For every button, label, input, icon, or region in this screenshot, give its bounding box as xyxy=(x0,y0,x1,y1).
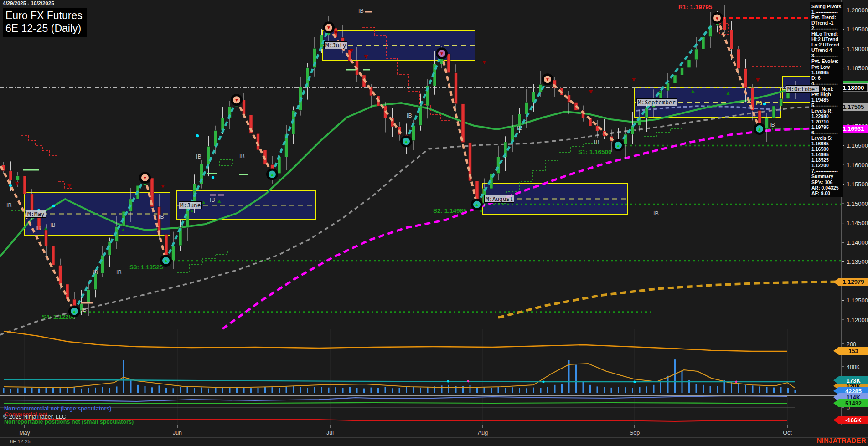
svg-text:IB: IB xyxy=(81,307,87,313)
swing-pivots-line: 3.-------------- xyxy=(811,53,843,58)
svg-text:1.14500: 1.14500 xyxy=(847,220,868,226)
svg-text:▼: ▼ xyxy=(588,88,594,95)
swing-pivots-line: 1.20710 xyxy=(811,119,843,124)
swing-pivots-line: SP's: 106 xyxy=(811,179,843,185)
svg-text:S3: 1.13525: S3: 1.13525 xyxy=(129,264,163,271)
swing-pivots-line: 1.12200 xyxy=(811,163,843,168)
svg-text:IB: IB xyxy=(196,154,202,160)
instrument-tab[interactable]: 6E 12-25 xyxy=(10,439,31,444)
svg-text:▼: ▼ xyxy=(545,77,550,82)
swing-pivots-line: Swing Pivots xyxy=(811,4,843,9)
svg-text:200: 200 xyxy=(847,341,856,348)
svg-text:▲: ▲ xyxy=(475,202,479,207)
legend-noncommercial-net: Non-commercial net (large speculators) xyxy=(4,405,111,412)
svg-text:1.18000: 1.18000 xyxy=(843,84,864,91)
svg-text:▲: ▲ xyxy=(725,90,731,96)
svg-text:IB: IB xyxy=(770,122,775,128)
svg-text:IB: IB xyxy=(93,269,98,276)
month-range-label: M:July xyxy=(324,41,347,49)
svg-text:IB: IB xyxy=(116,269,122,276)
svg-text:IB: IB xyxy=(653,210,659,217)
svg-text:▲: ▲ xyxy=(43,225,48,231)
swing-pivots-line: 6.-------------- xyxy=(811,130,843,135)
svg-text:▼: ▼ xyxy=(66,182,72,189)
swing-pivots-panel: Swing Pivots1.--------------Pvt. Trend:D… xyxy=(810,2,843,197)
svg-text:▼: ▼ xyxy=(326,25,331,30)
svg-text:▼: ▼ xyxy=(160,182,166,190)
svg-text:IB: IB xyxy=(159,214,164,220)
chart-title-line1: Euro FX Futures xyxy=(5,9,83,22)
month-range-label: M:October xyxy=(786,85,820,93)
swing-pivots-line: HiLo Trend: xyxy=(811,31,843,36)
svg-text:▼: ▼ xyxy=(630,76,637,83)
svg-text:▲: ▲ xyxy=(404,139,408,144)
svg-text:May: May xyxy=(19,430,30,436)
month-range-label: M:May xyxy=(26,210,46,218)
swing-pivots-line: Levels R: xyxy=(811,108,843,113)
svg-text:1.12979: 1.12979 xyxy=(843,278,864,285)
svg-text:51432: 51432 xyxy=(845,400,862,407)
main-chart-canvas[interactable]: R1: 1.19795S1: 1.16500S2: 1.14985S3: 1.1… xyxy=(0,0,868,446)
svg-text:▲: ▲ xyxy=(657,88,663,95)
swing-pivots-line: 1.16500 xyxy=(811,146,843,152)
svg-text:1.19000: 1.19000 xyxy=(847,46,868,52)
swing-pivots-line: AF: 9.00 xyxy=(811,190,843,196)
svg-text:▼: ▼ xyxy=(143,175,147,180)
svg-text:153: 153 xyxy=(848,348,858,354)
svg-text:▲: ▲ xyxy=(616,143,620,148)
swing-pivots-line: Lo:2 UTrend xyxy=(811,42,843,47)
svg-text:IB: IB xyxy=(210,197,215,203)
svg-text:▲: ▲ xyxy=(757,127,762,132)
swing-pivots-line: Pvt Low xyxy=(811,64,843,70)
svg-text:IB: IB xyxy=(594,139,599,145)
svg-text:IB: IB xyxy=(358,8,364,14)
swing-pivots-line: 1.16985 xyxy=(811,70,843,75)
svg-text:▲: ▲ xyxy=(270,172,274,177)
svg-text:▼: ▼ xyxy=(481,58,487,66)
svg-text:1.16931: 1.16931 xyxy=(843,125,864,132)
svg-text:IB: IB xyxy=(517,125,522,131)
svg-text:IB: IB xyxy=(407,113,412,119)
swing-pivots-line: 1.-------------- xyxy=(811,9,843,15)
month-range-label: M:September xyxy=(636,98,677,106)
swing-pivots-line: Levels S: xyxy=(811,135,843,141)
svg-text:R1: 1.19795: R1: 1.19795 xyxy=(678,4,713,10)
swing-pivots-line: 1.13525 xyxy=(811,157,843,163)
swing-pivots-line: Hi:2 UTrend xyxy=(811,36,843,42)
legend-nonreportable-net: Nonreportable positions net (small specu… xyxy=(4,419,134,425)
month-range-label: M:August xyxy=(484,195,514,203)
swing-pivots-line: 1.19795 xyxy=(811,124,843,130)
svg-text:▼: ▼ xyxy=(439,51,444,56)
svg-text:Jul: Jul xyxy=(326,430,334,436)
svg-text:Sep: Sep xyxy=(630,430,640,436)
svg-text:▼: ▼ xyxy=(234,97,239,103)
date-range-label: 4/29/2025 - 10/2/2025 xyxy=(3,0,54,6)
svg-text:1.12500: 1.12500 xyxy=(847,297,868,304)
svg-text:-166K: -166K xyxy=(845,417,862,424)
chart-title: Euro FX Futures 6E 12-25 (Daily) xyxy=(3,8,87,37)
svg-text:IB: IB xyxy=(50,222,56,228)
svg-text:173K: 173K xyxy=(846,377,861,384)
chart-window: R1: 1.19795S1: 1.16500S2: 1.14985S3: 1.1… xyxy=(0,0,868,446)
swing-pivots-line: AR: 0.04325 xyxy=(811,185,843,190)
swing-pivots-line: 1.19485 xyxy=(811,97,843,103)
svg-text:1.20000: 1.20000 xyxy=(847,7,868,14)
svg-text:IB: IB xyxy=(6,202,12,209)
svg-text:1.16500: 1.16500 xyxy=(847,142,868,149)
svg-text:1.13500: 1.13500 xyxy=(847,258,868,265)
svg-text:1.18500: 1.18500 xyxy=(847,65,868,72)
svg-text:400K: 400K xyxy=(847,364,860,370)
svg-text:1.15500: 1.15500 xyxy=(847,181,868,188)
swing-pivots-line: Summary xyxy=(811,174,843,179)
svg-text:S1: 1.16500: S1: 1.16500 xyxy=(578,149,612,155)
swing-pivots-line: Pvt. Evolve: xyxy=(811,58,843,64)
svg-text:▲: ▲ xyxy=(72,309,77,314)
chart-title-line2: 6E 12-25 (Daily) xyxy=(5,22,83,35)
svg-text:Oct: Oct xyxy=(783,430,792,436)
svg-text:1.14000: 1.14000 xyxy=(847,239,868,246)
swing-pivots-line: 2.-------------- xyxy=(811,26,843,31)
swing-pivots-line: UTrend 4 xyxy=(811,47,843,53)
svg-text:IB: IB xyxy=(36,225,41,231)
svg-text:▲: ▲ xyxy=(120,226,126,233)
swing-pivots-line: 7.-------------- xyxy=(811,168,843,174)
